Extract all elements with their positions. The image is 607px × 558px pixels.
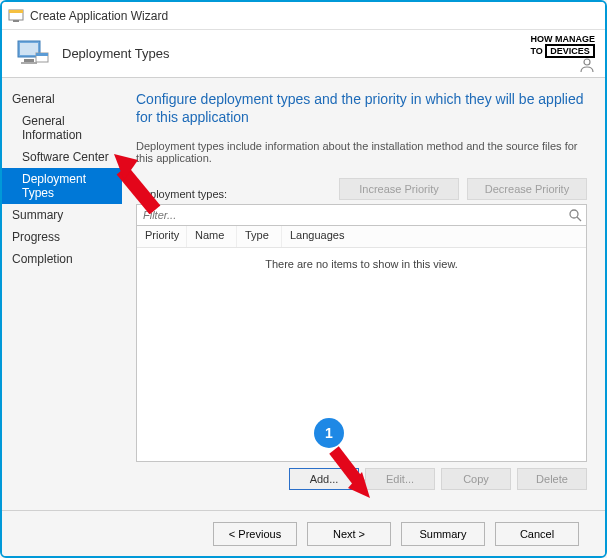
copy-button: Copy	[441, 468, 511, 490]
previous-button[interactable]: < Previous	[213, 522, 297, 546]
increase-priority-button: Increase Priority	[339, 178, 459, 200]
user-icon	[579, 57, 595, 73]
decrease-priority-button: Decrease Priority	[467, 178, 587, 200]
page-heading: Configure deployment types and the prior…	[136, 90, 587, 126]
svg-rect-8	[36, 53, 48, 56]
computer-icon	[16, 37, 50, 71]
app-icon	[8, 8, 24, 24]
deployment-types-grid: Priority Name Type Languages There are n…	[136, 226, 587, 462]
brand-logo: HOW MANAGE TO DEVICES	[530, 34, 595, 58]
banner: Deployment Types HOW MANAGE TO DEVICES	[2, 30, 605, 78]
svg-line-11	[577, 217, 581, 221]
banner-title: Deployment Types	[62, 46, 169, 61]
filter-input[interactable]	[137, 209, 564, 221]
titlebar: Create Application Wizard	[2, 2, 605, 30]
col-type[interactable]: Type	[237, 226, 282, 247]
next-button[interactable]: Next >	[307, 522, 391, 546]
nav-general-information[interactable]: General Information	[2, 110, 122, 146]
col-name[interactable]: Name	[187, 226, 237, 247]
summary-button[interactable]: Summary	[401, 522, 485, 546]
edit-button: Edit...	[365, 468, 435, 490]
svg-point-9	[584, 59, 590, 65]
col-languages[interactable]: Languages	[282, 226, 586, 247]
filter-row	[136, 204, 587, 226]
search-icon[interactable]	[564, 205, 586, 225]
page-description: Deployment types include information abo…	[136, 140, 587, 164]
col-priority[interactable]: Priority	[137, 226, 187, 247]
wizard-nav: General General Information Software Cen…	[2, 78, 122, 510]
svg-point-10	[570, 210, 578, 218]
svg-rect-5	[24, 59, 34, 62]
nav-general[interactable]: General	[2, 88, 122, 110]
nav-progress[interactable]: Progress	[2, 226, 122, 248]
add-button[interactable]: Add...	[289, 468, 359, 490]
cancel-button[interactable]: Cancel	[495, 522, 579, 546]
nav-summary[interactable]: Summary	[2, 204, 122, 226]
svg-rect-2	[13, 20, 19, 22]
nav-deployment-types[interactable]: Deployment Types	[2, 168, 122, 204]
delete-button: Delete	[517, 468, 587, 490]
window-title: Create Application Wizard	[30, 9, 168, 23]
svg-rect-4	[20, 43, 38, 55]
grid-header: Priority Name Type Languages	[137, 226, 586, 248]
svg-rect-1	[9, 10, 23, 13]
main-panel: Configure deployment types and the prior…	[122, 78, 605, 510]
wizard-footer: < Previous Next > Summary Cancel	[2, 510, 605, 556]
deployment-types-label: Deployment types:	[136, 188, 227, 200]
nav-software-center[interactable]: Software Center	[2, 146, 122, 168]
nav-completion[interactable]: Completion	[2, 248, 122, 270]
svg-rect-6	[21, 62, 37, 64]
grid-empty-message: There are no items to show in this view.	[137, 248, 586, 280]
